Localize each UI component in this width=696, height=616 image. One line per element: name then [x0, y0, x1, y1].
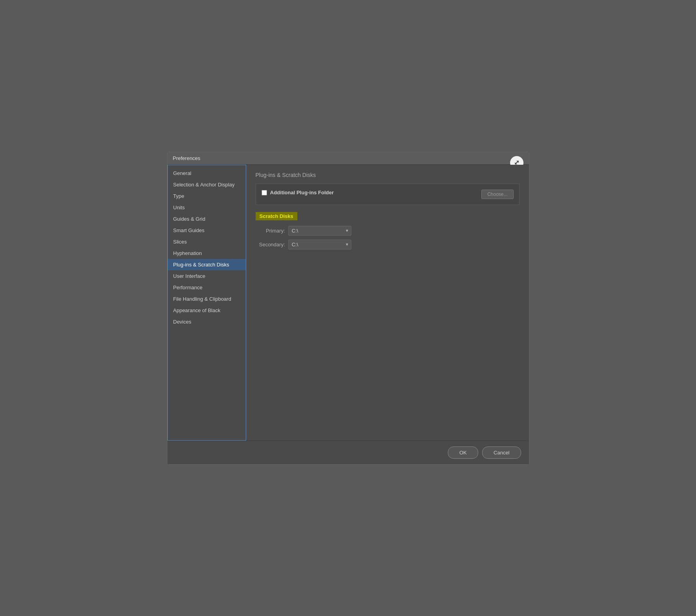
sidebar: General Selection & Anchor Display Type … [167, 165, 246, 441]
primary-disk-row: Primary: C:\ D:\ E:\ None [256, 226, 520, 236]
ok-button[interactable]: OK [448, 447, 478, 459]
plugins-folder-checkbox[interactable] [262, 190, 267, 195]
secondary-select-wrapper: C:\ D:\ E:\ None [288, 240, 351, 249]
plugins-folder-label: Additional Plug-ins Folder [270, 190, 334, 195]
sidebar-item-smart-guides[interactable]: Smart Guides [168, 225, 246, 236]
sidebar-item-general[interactable]: General [168, 167, 246, 179]
main-content: Plug-ins & Scratch Disks Additional Plug… [246, 165, 529, 441]
sidebar-item-slices[interactable]: Slices [168, 236, 246, 248]
dialog-body: General Selection & Anchor Display Type … [167, 165, 529, 441]
secondary-label: Secondary: [256, 242, 285, 248]
secondary-disk-select[interactable]: C:\ D:\ E:\ None [288, 240, 351, 249]
secondary-disk-row: Secondary: C:\ D:\ E:\ None [256, 240, 520, 249]
dialog-title-bar: Preferences [167, 152, 529, 165]
sidebar-item-units[interactable]: Units [168, 202, 246, 213]
dialog-title: Preferences [173, 155, 200, 161]
sidebar-item-performance[interactable]: Performance [168, 282, 246, 293]
plugins-folder-section: Additional Plug-ins Folder Choose... [256, 184, 520, 205]
preferences-dialog: Preferences ⤢ General Selection & Anchor… [167, 152, 529, 465]
dialog-footer: OK Cancel [167, 441, 529, 464]
section-title: Plug-ins & Scratch Disks [256, 172, 520, 178]
sidebar-item-appearance-of-black[interactable]: Appearance of Black [168, 305, 246, 316]
choose-button[interactable]: Choose... [481, 190, 513, 199]
sidebar-item-hyphenation[interactable]: Hyphenation [168, 248, 246, 259]
primary-label: Primary: [256, 228, 285, 234]
sidebar-item-user-interface[interactable]: User Interface [168, 270, 246, 282]
sidebar-item-type[interactable]: Type [168, 190, 246, 202]
sidebar-item-plugins-scratch-disks[interactable]: Plug-ins & Scratch Disks [168, 259, 246, 270]
scratch-disks-label: Scratch Disks [256, 212, 297, 220]
plugins-folder-row: Additional Plug-ins Folder [262, 190, 334, 195]
sidebar-item-file-handling-clipboard[interactable]: File Handling & Clipboard [168, 293, 246, 305]
sidebar-item-devices[interactable]: Devices [168, 316, 246, 328]
sidebar-item-guides-grid[interactable]: Guides & Grid [168, 213, 246, 225]
primary-select-wrapper: C:\ D:\ E:\ None [288, 226, 351, 236]
sidebar-item-selection-anchor-display[interactable]: Selection & Anchor Display [168, 179, 246, 190]
scratch-disks-section: Scratch Disks Primary: C:\ D:\ E:\ None [256, 212, 520, 249]
cancel-button[interactable]: Cancel [482, 447, 521, 459]
primary-disk-select[interactable]: C:\ D:\ E:\ None [288, 226, 351, 236]
